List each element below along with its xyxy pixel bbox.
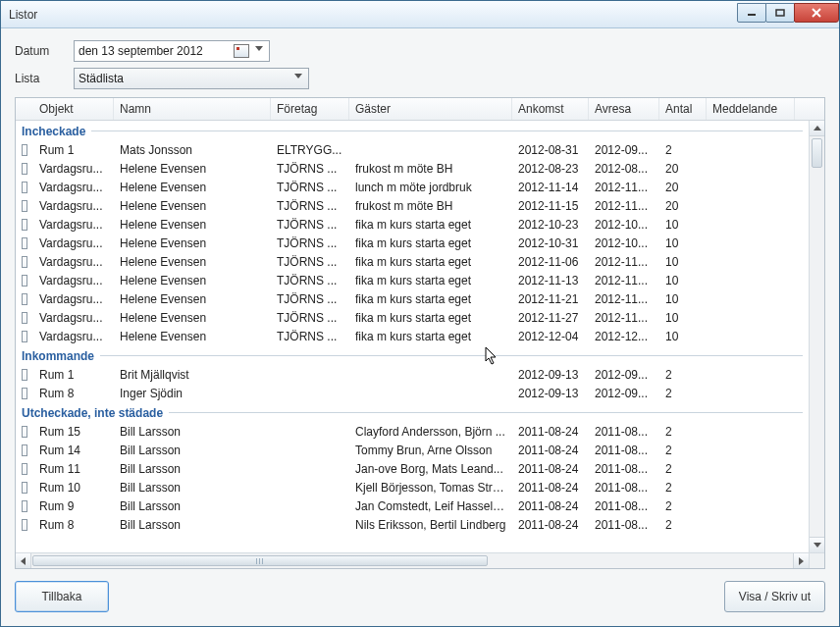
col-objekt[interactable]: Objekt [33,98,114,120]
footer-bar: Tillbaka Visa / Skriv ut [15,577,825,612]
table-row[interactable]: Rum 15Bill LarssonClayford Andersson, Bj… [16,422,809,441]
row-checkbox[interactable] [22,256,27,268]
cell-namn: Helene Evensen [114,291,271,307]
row-checkbox[interactable] [22,237,27,249]
cell-antal: 20 [659,198,707,214]
row-checkbox[interactable] [22,331,27,342]
row-checkbox[interactable] [22,275,27,287]
cell-meddelande [707,205,795,207]
table-row[interactable]: Vardagsru...Helene EvensenTJÖRNS ...fika… [16,289,809,308]
cell-objekt: Vardagsru... [33,235,114,251]
row-checkbox[interactable] [22,312,27,324]
cell-ankomst: 2011-08-24 [512,461,589,477]
row-checkbox[interactable] [22,500,27,512]
col-foretag[interactable]: Företag [271,98,349,120]
row-checkbox[interactable] [22,369,27,381]
cell-gaster: frukost m möte BH [349,161,512,177]
table-row[interactable]: Vardagsru...Helene EvensenTJÖRNS ...fruk… [16,196,809,215]
table-row[interactable]: Vardagsru...Helene EvensenTJÖRNS ...fika… [16,252,809,271]
horizontal-scrollbar[interactable] [16,552,809,568]
cell-avresa: 2011-08... [589,498,659,514]
row-checkbox[interactable] [22,200,27,212]
cell-foretag: TJÖRNS ... [271,273,349,288]
col-avresa[interactable]: Avresa [589,98,659,120]
group-title: Inkommande [22,349,94,363]
scroll-down-button[interactable] [810,537,824,552]
cell-namn: Inger Sjödin [114,386,271,401]
row-checkbox[interactable] [22,426,27,438]
table-row[interactable]: Vardagsru...Helene EvensenTJÖRNS ...fika… [16,215,809,234]
table-row[interactable]: Vardagsru...Helene EvensenTJÖRNS ...lunc… [16,178,809,196]
table-row[interactable]: Rum 9Bill LarssonJan Comstedt, Leif Hass… [16,496,809,515]
cell-antal: 2 [659,424,707,440]
group-header[interactable]: Inkommande [16,345,809,365]
col-ankomst[interactable]: Ankomst [512,98,589,120]
col-meddelande[interactable]: Meddelande [707,98,795,120]
row-checkbox[interactable] [22,182,27,193]
cell-namn: Helene Evensen [114,310,271,326]
cell-avresa: 2012-09... [589,386,659,401]
table-row[interactable]: Vardagsru...Helene EvensenTJÖRNS ...fika… [16,327,809,345]
cell-gaster: Tommy Brun, Arne Olsson [349,443,512,458]
table-row[interactable]: Vardagsru...Helene EvensenTJÖRNS ...fika… [16,308,809,327]
table-row[interactable]: Vardagsru...Helene EvensenTJÖRNS ...fruk… [16,159,809,178]
cell-namn: Helene Evensen [114,161,271,177]
print-button[interactable]: Visa / Skriv ut [724,581,825,612]
cell-ankomst: 2012-08-23 [512,161,589,177]
table-row[interactable]: Vardagsru...Helene EvensenTJÖRNS ...fika… [16,234,809,252]
table-row[interactable]: Rum 1Mats JonssonELTRYGG...2012-08-31201… [16,140,809,159]
cell-antal: 2 [659,443,707,458]
group-header[interactable]: Utcheckade, inte städade [16,402,809,422]
row-checkbox[interactable] [22,482,27,494]
cell-avresa: 2011-08... [589,480,659,496]
row-checkbox[interactable] [22,388,27,399]
cell-ankomst: 2012-10-23 [512,217,589,233]
row-checkbox[interactable] [22,219,27,231]
table-row[interactable]: Vardagsru...Helene EvensenTJÖRNS ...fika… [16,271,809,289]
scroll-up-button[interactable] [810,121,824,136]
vertical-scrollbar[interactable] [809,121,824,552]
cell-meddelande [707,524,795,526]
list-combobox[interactable]: Städlista [74,68,309,89]
cell-avresa: 2012-11... [589,254,659,270]
table-row[interactable]: Rum 8Inger Sjödin2012-09-132012-09...2 [16,384,809,402]
col-antal[interactable]: Antal [659,98,707,120]
horizontal-scroll-thumb[interactable] [32,555,488,566]
col-namn[interactable]: Namn [114,98,271,120]
cell-namn: Helene Evensen [114,180,271,195]
vertical-scroll-thumb[interactable] [812,138,822,168]
column-headers: Objekt Namn Företag Gäster Ankomst Avres… [16,98,824,121]
back-button[interactable]: Tillbaka [15,581,109,612]
cell-avresa: 2011-08... [589,443,659,458]
row-checkbox[interactable] [22,463,27,475]
close-button[interactable] [794,3,839,23]
scroll-right-button[interactable] [793,553,809,568]
table-row[interactable]: Rum 14Bill LarssonTommy Brun, Arne Olsso… [16,441,809,459]
row-checkbox[interactable] [22,293,27,305]
cell-meddelande [707,505,795,507]
table-row[interactable]: Rum 10Bill LarssonKjell Börjesson, Tomas… [16,478,809,496]
cell-ankomst: 2012-10-31 [512,235,589,251]
minimize-button[interactable] [737,3,766,23]
cell-antal: 2 [659,517,707,533]
row-checkbox[interactable] [22,144,27,156]
list-label: Lista [15,72,74,85]
date-picker[interactable]: den 13 september 2012 [74,40,270,62]
cell-namn: Bill Larsson [114,461,271,477]
cell-ankomst: 2012-09-13 [512,386,589,401]
table-row[interactable]: Rum 11Bill LarssonJan-ove Borg, Mats Lea… [16,459,809,478]
table-row[interactable]: Rum 8Bill LarssonNils Eriksson, Bertil L… [16,515,809,534]
row-checkbox[interactable] [22,444,27,456]
cell-avresa: 2012-09... [589,367,659,383]
cell-gaster: Nils Eriksson, Bertil Lindberg [349,517,512,533]
scroll-left-button[interactable] [16,553,31,568]
row-checkbox[interactable] [22,519,27,531]
maximize-button[interactable] [765,3,795,23]
group-header[interactable]: Incheckade [16,121,809,140]
row-checkbox[interactable] [22,163,27,175]
col-gaster[interactable]: Gäster [349,98,512,120]
cell-ankomst: 2012-11-14 [512,180,589,195]
window-controls [738,3,839,23]
table-row[interactable]: Rum 1Brit Mjällqvist2012-09-132012-09...… [16,365,809,384]
chevron-down-icon [255,46,265,56]
